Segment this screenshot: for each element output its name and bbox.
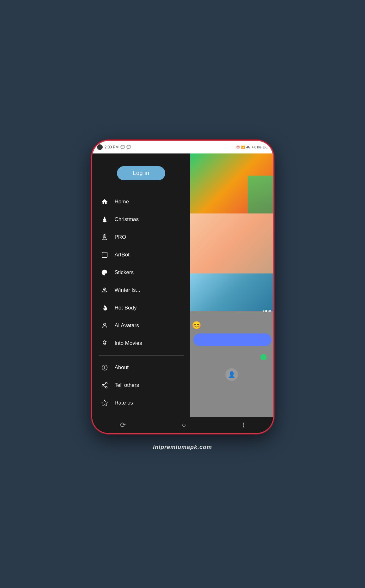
svg-marker-17 xyxy=(101,400,107,405)
ai-avatars-icon: AI xyxy=(100,321,109,330)
menu-item-winter[interactable]: Winter Is... xyxy=(92,281,190,299)
svg-point-13 xyxy=(102,384,104,386)
svg-line-16 xyxy=(103,384,105,385)
svg-point-5 xyxy=(104,289,105,290)
main-screen: Log in Home xyxy=(92,153,273,433)
hotbody-icon xyxy=(100,303,109,312)
emoji-display: 😊 xyxy=(192,321,201,330)
battery-icon: [68] xyxy=(263,146,268,149)
login-area: Log in xyxy=(92,153,190,187)
watermark: inipremiumapk.com xyxy=(153,440,212,454)
menu-label-rate-us: Rate us xyxy=(115,400,133,406)
nav-recent-button[interactable]: ⟩ xyxy=(242,421,245,429)
artbot-icon xyxy=(100,250,109,259)
signal-icon: 📶 xyxy=(241,146,245,149)
menu-label-christmas: Christmas xyxy=(115,216,139,223)
svg-text:i: i xyxy=(104,366,105,369)
menu-label-tell-others: Tell others xyxy=(115,382,139,388)
svg-rect-0 xyxy=(104,222,105,222)
into-movies-icon xyxy=(100,339,109,348)
svg-line-15 xyxy=(103,386,105,387)
winter-icon xyxy=(100,286,109,295)
menu-label-artbot: ArtBot xyxy=(115,252,130,258)
coming-soon-label: oon xyxy=(263,308,271,313)
bg-image-portrait xyxy=(190,213,273,273)
svg-text:AI: AI xyxy=(103,324,105,326)
menu-label-stickers: Stickers xyxy=(115,269,134,276)
svg-point-2 xyxy=(104,236,105,237)
menu-item-christmas[interactable]: Christmas xyxy=(92,211,190,228)
nav-back-button[interactable]: ⟳ xyxy=(120,421,126,429)
power-button[interactable] xyxy=(273,198,274,217)
menu-divider xyxy=(99,355,184,356)
data-speed: 4.8 K/s xyxy=(252,146,262,149)
status-bar: 2:00 PM 💬 💬 ⏰ 📶 4G 4.8 K/s [68] xyxy=(92,141,273,153)
nav-home-button[interactable]: ○ xyxy=(182,421,186,429)
about-icon: i xyxy=(100,363,109,372)
share-icon xyxy=(100,381,109,390)
online-indicator xyxy=(260,354,267,360)
bottom-navigation: ⟳ ○ ⟩ xyxy=(92,417,273,433)
home-icon xyxy=(100,197,109,206)
stickers-icon xyxy=(100,268,109,277)
bg-image-fashion xyxy=(190,153,273,213)
menu-label-ai-avatars: AI Avatars xyxy=(115,322,139,329)
alarm-icon: ⏰ xyxy=(236,146,240,149)
star-icon xyxy=(100,399,109,407)
svg-point-14 xyxy=(105,387,107,388)
menu-item-tell-others[interactable]: Tell others xyxy=(92,376,190,394)
network-type: 4G xyxy=(246,146,250,149)
menu-item-ai-avatars[interactable]: AI AI Avatars xyxy=(92,317,190,334)
menu-label-pro: PRO xyxy=(115,234,126,240)
menu-item-home[interactable]: Home xyxy=(92,193,190,211)
menu-item-artbot[interactable]: ArtBot xyxy=(92,246,190,264)
menu-items-container: Home Christmas PRO xyxy=(92,187,190,433)
camera-icon xyxy=(97,144,103,150)
watermark-text: inipremiumapk.com xyxy=(153,444,212,450)
notification-bubbles: 💬 💬 xyxy=(120,145,131,149)
menu-label-into-movies: Into Movies xyxy=(115,340,142,346)
menu-item-rate-us[interactable]: Rate us xyxy=(92,394,190,412)
menu-item-into-movies[interactable]: Into Movies xyxy=(92,334,190,352)
menu-item-pro[interactable]: PRO xyxy=(92,228,190,246)
status-time: 2:00 PM xyxy=(105,145,119,149)
navigation-drawer: Log in Home xyxy=(92,153,190,433)
menu-item-about[interactable]: i About xyxy=(92,359,190,376)
bg-image-ocean xyxy=(190,273,273,311)
svg-rect-3 xyxy=(102,252,107,258)
menu-label-about: About xyxy=(115,364,129,371)
menu-label-home: Home xyxy=(115,199,129,205)
pro-icon xyxy=(100,233,109,242)
background-content: oon 😊 👤 xyxy=(190,153,273,433)
menu-item-stickers[interactable]: Stickers xyxy=(92,264,190,281)
login-button[interactable]: Log in xyxy=(117,166,165,180)
menu-label-winter: Winter Is... xyxy=(115,287,140,293)
menu-item-hotbody[interactable]: Hot Body xyxy=(92,299,190,317)
status-left: 2:00 PM 💬 💬 xyxy=(97,144,131,150)
christmas-tree-icon xyxy=(100,215,109,224)
volume-button[interactable] xyxy=(273,226,274,251)
bg-action-button xyxy=(193,333,271,346)
avatar-image: 👤 xyxy=(225,368,238,381)
user-avatar: 👤 xyxy=(225,368,238,381)
menu-label-hotbody: Hot Body xyxy=(115,305,137,311)
status-right: ⏰ 📶 4G 4.8 K/s [68] xyxy=(236,146,268,149)
svg-point-12 xyxy=(105,382,107,384)
